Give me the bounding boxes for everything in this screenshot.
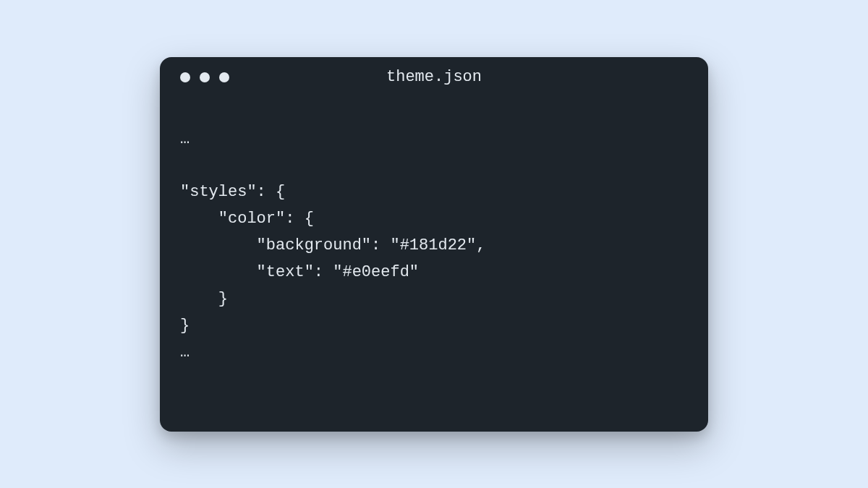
code-line: "color": { (180, 210, 314, 228)
minimize-icon[interactable] (200, 72, 210, 82)
code-line: … (180, 343, 190, 361)
code-line: "text": "#e0eefd" (180, 263, 419, 281)
code-window: theme.json … "styles": { "color": { "bac… (160, 57, 708, 432)
window-controls (180, 72, 229, 82)
maximize-icon[interactable] (219, 72, 229, 82)
window-title: theme.json (386, 68, 482, 86)
code-line: "background": "#181d22", (180, 236, 485, 254)
code-content: … "styles": { "color": { "background": "… (160, 98, 708, 388)
code-line: … (180, 130, 190, 148)
code-line: "styles": { (180, 183, 285, 201)
titlebar: theme.json (160, 57, 708, 98)
close-icon[interactable] (180, 72, 190, 82)
code-line: } (180, 290, 228, 308)
code-line: } (180, 317, 190, 335)
